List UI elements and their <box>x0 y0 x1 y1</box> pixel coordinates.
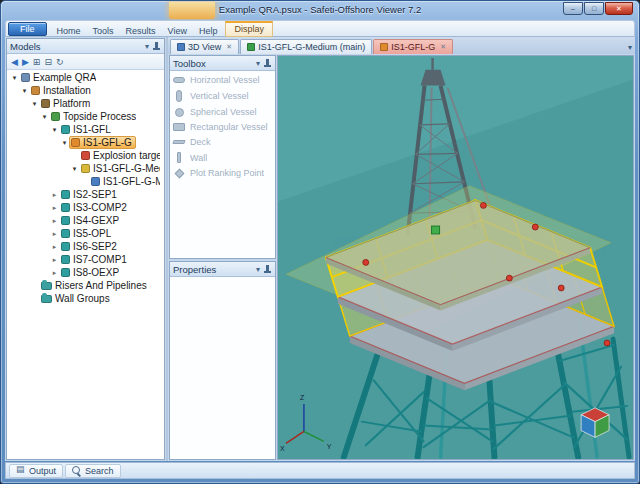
tab-display[interactable]: Display <box>225 21 273 37</box>
pin-icon[interactable] <box>262 264 272 275</box>
models-tree: ▾Example QRA▾Installation▾Platform▾Topsi… <box>7 70 164 459</box>
tree-expander-icon[interactable]: ▾ <box>20 87 29 95</box>
tree-item-risers-and-pipelines[interactable]: Risers And Pipelines <box>7 279 164 292</box>
doc-tab-is1-gfl-g-medium-main[interactable]: IS1-GFL-G-Medium (main) <box>240 39 372 54</box>
tree-expander-icon[interactable]: ▸ <box>50 191 59 199</box>
toolbox-item-deck[interactable]: Deck <box>173 137 272 147</box>
toolbox-item-label: Rectangular Vessel <box>190 122 268 132</box>
properties-panel-header[interactable]: Properties ▾ <box>170 262 275 277</box>
refresh-button[interactable]: ↻ <box>55 55 65 69</box>
titlebar[interactable]: Example QRA.psux - Safeti-Offshore Viewe… <box>5 2 635 20</box>
toolbox-item-spherical-vessel[interactable]: Spherical Vessel <box>173 107 272 117</box>
tree-item-installation[interactable]: ▾Installation <box>7 84 164 97</box>
back-button[interactable]: ◀ <box>10 55 19 69</box>
tree-item-is7-comp1[interactable]: ▸IS7-COMP1 <box>7 253 164 266</box>
explosion-icon <box>81 151 90 160</box>
spherical-vessel-icon <box>175 108 184 117</box>
chevron-down-icon[interactable]: ▾ <box>254 265 262 274</box>
close-button[interactable]: ✕ <box>605 2 633 15</box>
model-icon <box>61 268 70 277</box>
tree-expander-icon[interactable]: ▸ <box>50 256 59 264</box>
toolbox-item-vertical-vessel[interactable]: Vertical Vessel <box>173 90 272 102</box>
3d-viewport[interactable]: Z X Y <box>277 55 634 460</box>
tree-expander-icon[interactable]: ▾ <box>70 165 79 173</box>
chevron-down-icon[interactable]: ▾ <box>143 42 151 51</box>
tree-item-is1-gfl-g-medium[interactable]: IS1-GFL-G-Medium <box>7 175 164 188</box>
tree-item-is1-gfl-g[interactable]: ▾IS1-GFL-G <box>7 136 164 149</box>
pin-icon[interactable] <box>262 58 272 69</box>
output-icon <box>16 466 25 475</box>
tree-item-is5-opl[interactable]: ▸IS5-OPL <box>7 227 164 240</box>
tree-expander-icon[interactable]: ▾ <box>10 74 19 82</box>
tree-item-is4-gexp[interactable]: ▸IS4-GEXP <box>7 214 164 227</box>
scenario-icon <box>81 164 90 173</box>
minimize-button[interactable]: – <box>563 2 583 15</box>
tree-expander-icon[interactable]: ▸ <box>50 269 59 277</box>
doc-tab-label: 3D View <box>188 42 221 52</box>
ribbon-tab-view[interactable]: View <box>162 24 193 38</box>
toolbox-item-rectangular-vessel[interactable]: Rectangular Vessel <box>173 122 272 132</box>
tree-item-is1-gfl-g-medium-m[interactable]: ▾IS1-GFL-G-Medium (m... <box>7 162 164 175</box>
tree-item-is1-gfl[interactable]: ▾IS1-GFL <box>7 123 164 136</box>
tab-overflow-button[interactable]: ▾ <box>628 43 632 52</box>
model-icon <box>380 43 388 51</box>
maximize-button[interactable]: □ <box>584 2 604 15</box>
tree-item-wall-groups[interactable]: Wall Groups <box>7 292 164 305</box>
tool-column: Toolbox ▾ Horizontal VesselVertical Vess… <box>169 55 276 460</box>
tree-item-is8-oexp[interactable]: ▸IS8-OEXP <box>7 266 164 279</box>
tree-item-label: Platform <box>53 98 90 109</box>
doc-tab-is1-gfl-g[interactable]: IS1-GFL-G✕ <box>373 39 453 54</box>
tab-close-icon[interactable]: ✕ <box>440 43 446 51</box>
toolbox-item-label: Horizontal Vessel <box>190 75 260 85</box>
models-panel-title: Models <box>10 41 143 52</box>
toolbox-item-wall[interactable]: Wall <box>173 152 272 163</box>
installation-icon <box>31 86 40 95</box>
tree-node: IS1-GFL-G <box>69 136 136 149</box>
app-window: Example QRA.psux - Safeti-Offshore Viewe… <box>0 0 640 484</box>
tree-item-is6-sep2[interactable]: ▸IS6-SEP2 <box>7 240 164 253</box>
ribbon-tab-results[interactable]: Results <box>120 24 162 38</box>
tree-expander-icon[interactable]: ▸ <box>50 204 59 212</box>
tree-item-label: IS7-COMP1 <box>73 254 127 265</box>
tree-item-label: IS3-COMP2 <box>73 202 127 213</box>
view3d-icon <box>177 43 185 51</box>
tree-item-explosion-target[interactable]: Explosion target <box>7 149 164 162</box>
tree-expander-icon[interactable]: ▸ <box>50 217 59 225</box>
tab-close-icon[interactable]: ✕ <box>226 43 232 51</box>
tree-item-example-qra[interactable]: ▾Example QRA <box>7 71 164 84</box>
forward-button[interactable]: ▶ <box>21 55 30 69</box>
tree-expander-icon[interactable]: ▾ <box>50 126 59 134</box>
ribbon-tab-help[interactable]: Help <box>193 24 224 38</box>
tree-expander-icon[interactable]: ▾ <box>30 100 39 108</box>
chevron-down-icon[interactable]: ▾ <box>254 59 262 68</box>
statusbar-tab-label: Output <box>29 466 56 476</box>
statusbar-tab-search[interactable]: Search <box>65 464 121 478</box>
expand-all-button[interactable]: ⊞ <box>32 55 42 69</box>
doc-tab-3d-view[interactable]: 3D View✕ <box>170 39 239 54</box>
file-button[interactable]: File <box>8 22 47 36</box>
statusbar-tab-output[interactable]: Output <box>9 464 63 478</box>
tree-expander-icon[interactable]: ▸ <box>50 230 59 238</box>
models-panel-header[interactable]: Models ▾ <box>7 39 164 54</box>
window-title: Example QRA.psux - Safeti-Offshore Viewe… <box>5 4 635 15</box>
collapse-all-button[interactable]: ⊟ <box>43 55 53 69</box>
tree-item-label: IS1-GFL-G-Medium <box>103 176 160 187</box>
toolbox-item-horizontal-vessel[interactable]: Horizontal Vessel <box>173 75 272 85</box>
tree-item-platform[interactable]: ▾Platform <box>7 97 164 110</box>
tree-item-is2-sep1[interactable]: ▸IS2-SEP1 <box>7 188 164 201</box>
ribbon-tab-tools[interactable]: Tools <box>87 24 120 38</box>
toolbox-panel-header[interactable]: Toolbox ▾ <box>170 56 275 71</box>
tree-item-topside-process[interactable]: ▾Topside Process <box>7 110 164 123</box>
toolbox-item-plot-ranking-point[interactable]: Plot Ranking Point <box>173 168 272 178</box>
project-icon <box>21 73 30 82</box>
tree-expander-icon[interactable]: ▸ <box>50 243 59 251</box>
tree-item-label: IS4-GEXP <box>73 215 119 226</box>
pin-icon[interactable] <box>151 41 161 52</box>
ribbon-tab-home[interactable]: Home <box>51 24 87 38</box>
tree-expander-icon[interactable]: ▾ <box>60 139 69 147</box>
tree-item-is3-comp2[interactable]: ▸IS3-COMP2 <box>7 201 164 214</box>
model-icon <box>61 255 70 264</box>
folder-icon <box>41 282 52 290</box>
tree-expander-icon[interactable]: ▾ <box>40 113 49 121</box>
tree-node: IS7-COMP1 <box>59 253 131 266</box>
